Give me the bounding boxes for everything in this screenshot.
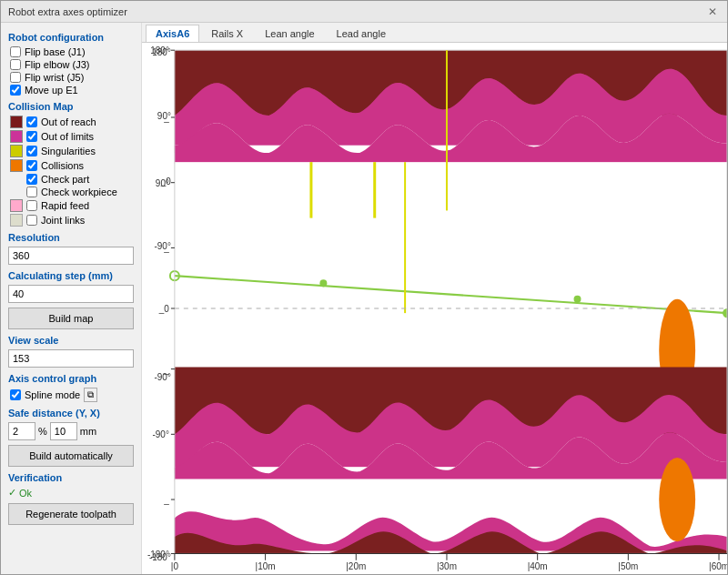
joint-links-color [10, 214, 23, 227]
rapid-feed-label: Rapid feed [41, 200, 89, 211]
svg-rect-10 [175, 162, 727, 227]
move-up-row: Move up E1 [10, 85, 134, 96]
build-map-button[interactable]: Build map [8, 308, 134, 329]
check-workpiece-label: Check workpiece [41, 187, 117, 197]
svg-point-24 [659, 458, 695, 541]
mm-label: mm [80, 426, 96, 437]
view-scale-input[interactable] [8, 349, 134, 368]
build-auto-button[interactable]: Build automatically [8, 445, 134, 467]
verification-title: Verification [8, 472, 134, 483]
svg-text:90°: 90° [156, 178, 169, 188]
svg-rect-12 [373, 162, 376, 217]
calc-step-title: Calculating step (mm) [8, 270, 134, 281]
check-icon: ✓ [8, 487, 16, 499]
calc-step-input[interactable] [8, 285, 134, 303]
rapid-feed-checkbox[interactable] [26, 200, 37, 211]
percent-label: % [38, 426, 47, 437]
rapid-feed-color [10, 199, 23, 212]
chart-svg: 180° 90° _0 -90° -90° -180° [142, 43, 727, 574]
svg-text:_: _ [163, 365, 169, 375]
svg-point-16 [574, 296, 581, 303]
spline-mode-row: Spline mode ⧉ [10, 388, 134, 402]
right-panel: AxisA6 Rails X Lean angle Lead angle 180… [142, 23, 727, 574]
svg-text:_: _ [163, 495, 169, 505]
robot-config-title: Robot configuration [8, 32, 134, 43]
singularities-label: Singularities [41, 146, 96, 156]
verification-ok: ✓ Ok [8, 487, 134, 499]
resolution-title: Resolution [8, 232, 134, 243]
safe-x-input[interactable] [50, 422, 77, 440]
svg-text:|30m: |30m [437, 561, 457, 571]
joint-links-checkbox[interactable] [26, 215, 37, 226]
axis-control-title: Axis control graph [8, 373, 134, 384]
svg-text:|0: |0 [171, 561, 179, 571]
flip-elbow-label: Flip elbow (J3) [25, 59, 90, 70]
singularities-checkbox[interactable] [26, 146, 37, 156]
flip-wrist-label: Flip wrist (J5) [25, 72, 84, 83]
title-bar: Robot extra axes optimizer ✕ [1, 1, 727, 23]
joint-links-label: Joint links [41, 215, 85, 226]
view-scale-title: View scale [8, 335, 134, 346]
window-title: Robot extra axes optimizer [8, 6, 127, 17]
main-window: Robot extra axes optimizer ✕ Robot confi… [0, 0, 728, 575]
safe-distance-title: Safe distance (Y, X) [8, 408, 134, 419]
out-of-limits-row: Out of limits [10, 130, 134, 143]
svg-text:|40m: |40m [528, 561, 548, 571]
check-part-label: Check part [41, 174, 89, 185]
collisions-color [10, 159, 23, 172]
safe-distance-row: % mm [8, 422, 134, 440]
move-up-checkbox[interactable] [10, 85, 21, 96]
singularities-color [10, 145, 23, 157]
check-workpiece-row: Check workpiece [26, 187, 134, 197]
flip-base-checkbox[interactable] [10, 46, 21, 57]
out-of-reach-row: Out of reach [10, 116, 134, 128]
flip-wrist-row: Flip wrist (J5) [10, 72, 134, 83]
svg-text:_: _ [163, 113, 169, 123]
ok-label: Ok [19, 488, 32, 499]
spline-icon[interactable]: ⧉ [84, 388, 97, 402]
collisions-row: Collisions [10, 159, 134, 172]
regen-button[interactable]: Regenerate toolpath [8, 503, 134, 525]
spline-mode-checkbox[interactable] [10, 389, 21, 400]
collisions-label: Collisions [41, 160, 84, 171]
check-part-checkbox[interactable] [26, 174, 37, 185]
flip-base-label: Flip base (J1) [25, 46, 86, 57]
collisions-checkbox[interactable] [26, 160, 37, 171]
svg-text:_0: _0 [158, 304, 169, 314]
svg-text:|10m: |10m [256, 561, 276, 571]
flip-elbow-checkbox[interactable] [10, 59, 21, 70]
collision-map-title: Collision Map [8, 101, 134, 112]
tab-railsx[interactable]: Rails X [201, 25, 253, 42]
flip-elbow-row: Flip elbow (J3) [10, 59, 134, 70]
check-workpiece-checkbox[interactable] [26, 187, 37, 197]
svg-text:-90°: -90° [153, 429, 169, 439]
close-button[interactable]: ✕ [705, 5, 720, 19]
left-panel: Robot configuration Flip base (J1) Flip … [1, 23, 142, 574]
out-of-reach-color [10, 116, 23, 128]
svg-text:|20m: |20m [346, 561, 366, 571]
safe-y-input[interactable] [8, 422, 35, 440]
out-of-limits-label: Out of limits [41, 131, 94, 142]
svg-text:|50m: |50m [618, 561, 638, 571]
spline-mode-label: Spline mode [25, 389, 80, 400]
svg-text:180°: 180° [150, 45, 169, 55]
out-of-limits-checkbox[interactable] [26, 131, 37, 142]
svg-text:_: _ [163, 243, 169, 253]
tab-lead-angle[interactable]: Lead angle [327, 25, 396, 42]
svg-rect-11 [309, 162, 312, 217]
tab-lean-angle[interactable]: Lean angle [255, 25, 324, 42]
check-part-row: Check part [26, 174, 134, 185]
main-content: Robot configuration Flip base (J1) Flip … [1, 23, 727, 574]
singularities-row: Singularities [10, 145, 134, 157]
flip-wrist-checkbox[interactable] [10, 72, 21, 83]
move-up-label: Move up E1 [25, 85, 78, 96]
out-of-reach-label: Out of reach [41, 116, 96, 127]
flip-base-row: Flip base (J1) [10, 46, 134, 57]
svg-text:-180°: -180° [147, 549, 169, 559]
out-of-limits-color [10, 130, 23, 143]
rapid-feed-row: Rapid feed [10, 199, 134, 212]
tabs-bar: AxisA6 Rails X Lean angle Lead angle [142, 23, 727, 43]
resolution-input[interactable] [8, 247, 134, 265]
tab-axisa6[interactable]: AxisA6 [146, 25, 199, 42]
out-of-reach-checkbox[interactable] [26, 116, 37, 127]
